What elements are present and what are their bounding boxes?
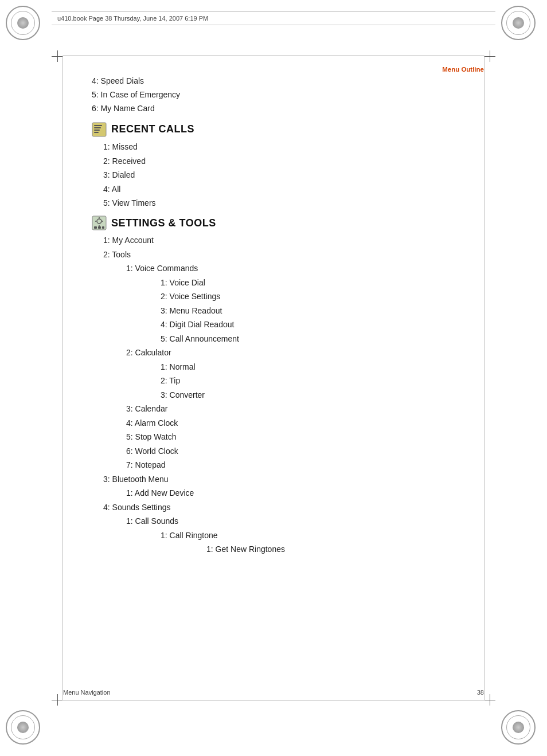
tools-children: 1: Voice Commands 1: Voice Dial 2: Voice… <box>126 261 484 472</box>
voice-commands-children: 1: Voice Dial 2: Voice Settings 3: Menu … <box>161 276 484 346</box>
border-line-bottom <box>63 700 484 700</box>
border-line-top <box>63 56 484 56</box>
digit-dial-readout: 4: Digit Dial Readout <box>161 318 484 332</box>
recent-calls-section-header: RECENT CALLS <box>92 121 484 138</box>
tools-voice-commands: 1: Voice Commands <box>126 261 484 276</box>
page-header-text: u410.book Page 38 Thursday, June 14, 200… <box>57 15 208 22</box>
tools-calculator: 2: Calculator <box>126 346 484 360</box>
calc-converter: 3: Converter <box>161 388 484 402</box>
svg-rect-1 <box>94 125 102 126</box>
calc-normal: 1: Normal <box>161 360 484 374</box>
crosshair-bottom-right <box>484 694 495 706</box>
settings-tools-section-header: SETTINGS & TOOLS <box>92 215 484 232</box>
recent-calls-item-5: 5: View Timers <box>103 196 484 210</box>
svg-rect-11 <box>94 226 97 229</box>
sounds-children: 1: Call Sounds 1: Call Ringtone 1: Get N… <box>126 514 484 557</box>
get-new-ringtones: 1: Get New Ringtones <box>206 542 484 557</box>
svg-rect-13 <box>102 226 104 229</box>
page-header: u410.book Page 38 Thursday, June 14, 200… <box>52 11 495 25</box>
calculator-children: 1: Normal 2: Tip 3: Converter <box>161 360 484 402</box>
call-ringtone: 1: Call Ringtone <box>161 528 484 543</box>
corner-decoration-bottom-left <box>6 710 46 750</box>
intro-item-2: 5: In Case of Emergency <box>92 88 484 102</box>
section-header-right: Menu Outline <box>442 66 484 73</box>
crosshair-top-left <box>52 50 63 62</box>
voice-settings: 2: Voice Settings <box>161 289 484 304</box>
recent-calls-icon <box>92 122 107 137</box>
intro-items: 4: Speed Dials 5: In Case of Emergency 6… <box>92 75 484 115</box>
border-line-left <box>62 56 63 700</box>
page-footer: Menu Navigation 38 <box>63 689 484 696</box>
svg-rect-12 <box>98 226 101 229</box>
recent-calls-item-3: 3: Dialed <box>103 168 484 182</box>
call-ringtone-children: 1: Get New Ringtones <box>206 542 484 557</box>
settings-bluetooth: 3: Bluetooth Menu <box>103 472 484 487</box>
settings-tools-items: 1: My Account 2: Tools 1: Voice Commands… <box>103 233 484 557</box>
corner-decoration-bottom-right <box>501 710 541 750</box>
settings-item-tools: 2: Tools <box>103 248 484 262</box>
intro-item-3: 6: My Name Card <box>92 102 484 116</box>
menu-readout: 3: Menu Readout <box>161 304 484 318</box>
sounds-call-sounds: 1: Call Sounds <box>126 514 484 528</box>
tools-notepad: 7: Notepad <box>126 458 484 472</box>
tools-world-clock: 6: World Clock <box>126 444 484 459</box>
settings-tools-icon <box>92 216 107 230</box>
bluetooth-add-device: 1: Add New Device <box>126 486 484 500</box>
crosshair-bottom-left <box>52 694 63 706</box>
footer-right: 38 <box>477 689 484 696</box>
call-sounds-children: 1: Call Ringtone 1: Get New Ringtones <box>161 528 484 557</box>
svg-rect-2 <box>94 127 101 128</box>
svg-rect-3 <box>94 130 100 131</box>
settings-tools-title: SETTINGS & TOOLS <box>111 215 216 232</box>
tools-alarm-clock: 4: Alarm Clock <box>126 416 484 430</box>
call-announcement: 5: Call Announcement <box>161 332 484 346</box>
tools-stop-watch: 5: Stop Watch <box>126 430 484 444</box>
tools-calendar: 3: Calendar <box>126 402 484 416</box>
corner-decoration-top-right <box>501 6 541 46</box>
recent-calls-item-1: 1: Missed <box>103 140 484 154</box>
calc-tip: 2: Tip <box>161 374 484 388</box>
intro-item-1: 4: Speed Dials <box>92 75 484 88</box>
recent-calls-title: RECENT CALLS <box>111 121 194 138</box>
border-line-right <box>484 56 485 700</box>
settings-item-my-account: 1: My Account <box>103 233 484 248</box>
crosshair-top-right <box>484 50 495 62</box>
corner-decoration-top-left <box>6 6 46 46</box>
bluetooth-children: 1: Add New Device <box>126 486 484 500</box>
voice-dial: 1: Voice Dial <box>161 276 484 290</box>
settings-sounds: 4: Sounds Settings <box>103 500 484 515</box>
recent-calls-item-2: 2: Received <box>103 154 484 169</box>
recent-calls-item-4: 4: All <box>103 182 484 197</box>
main-content: 4: Speed Dials 5: In Case of Emergency 6… <box>92 75 484 560</box>
recent-calls-items: 1: Missed 2: Received 3: Dialed 4: All 5… <box>103 140 484 210</box>
svg-rect-4 <box>94 132 99 133</box>
footer-left: Menu Navigation <box>63 689 111 696</box>
